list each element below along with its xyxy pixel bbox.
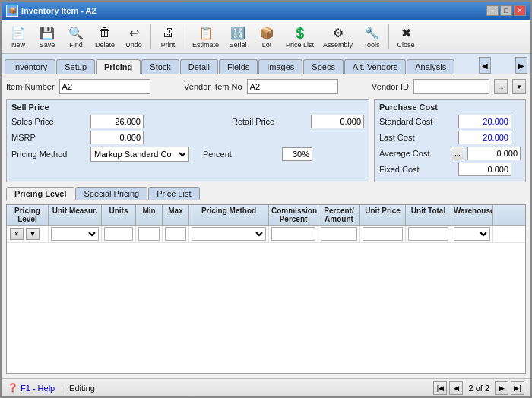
cell-min xyxy=(136,226,163,242)
fixed-cost-label: Fixed Cost xyxy=(379,165,455,174)
col-header-units: Units xyxy=(102,205,136,225)
close-button[interactable]: ✖ Close xyxy=(392,22,420,51)
col-header-percent-amount: Percent/Amount xyxy=(318,205,360,225)
tab-fields[interactable]: Fields xyxy=(219,59,258,74)
pricing-method-label: Pricing Method xyxy=(11,150,87,159)
cell-unit-measure xyxy=(49,226,102,242)
percent-amount-input[interactable] xyxy=(321,227,357,241)
tab-alt-vendors[interactable]: Alt. Vendors xyxy=(344,59,406,74)
inner-tab-special-pricing[interactable]: Special Pricing xyxy=(75,187,147,200)
inner-tab-pricing-level[interactable]: Pricing Level xyxy=(6,187,74,201)
pricing-level-down-btn[interactable]: ▼ xyxy=(26,228,40,240)
col-header-max: Max xyxy=(163,205,189,225)
vendor-id-label: Vendor ID xyxy=(372,82,409,91)
grid-empty-area xyxy=(7,243,525,373)
lot-button[interactable]: 📦 Lot xyxy=(253,22,280,51)
col-header-unit-measure: Unit Measur. xyxy=(49,205,102,225)
col-header-commission: CommissionPercent xyxy=(269,205,318,225)
help-link[interactable]: ❓ F1 - Help xyxy=(8,383,55,393)
status-bar: ❓ F1 - Help | Editing |◀ ◀ 2 of 2 ▶ ▶| xyxy=(2,378,530,396)
main-tabs: Inventory Setup Pricing Stock Detail Fie… xyxy=(2,54,530,74)
last-cost-label: Last Cost xyxy=(379,133,455,142)
min-input[interactable] xyxy=(138,227,160,241)
grid-pricing-method-select[interactable] xyxy=(192,227,266,241)
serial-button[interactable]: 🔢 Serial xyxy=(224,22,252,51)
sell-price-panel: Sell Price Sales Price Retail Price MSRP… xyxy=(6,99,369,182)
tab-next-button[interactable]: ▶ xyxy=(515,57,527,74)
save-icon: 💾 xyxy=(39,24,55,41)
pricing-grid: PricingLevel Unit Measur. Units Min Max … xyxy=(6,204,526,374)
msrp-input[interactable] xyxy=(90,131,144,144)
tab-stock[interactable]: Stock xyxy=(141,59,179,74)
save-button[interactable]: 💾 Save xyxy=(33,22,61,51)
maximize-button[interactable]: □ xyxy=(500,5,512,16)
new-button[interactable]: 📄 New xyxy=(5,22,32,51)
max-input[interactable] xyxy=(165,227,186,241)
inner-tabs: Pricing Level Special Pricing Price List xyxy=(6,187,526,200)
price-list-button[interactable]: 💲 Price List xyxy=(282,22,318,51)
last-page-button[interactable]: ▶| xyxy=(511,381,524,395)
warehouse-select[interactable] xyxy=(454,227,490,241)
fixed-cost-input[interactable] xyxy=(458,163,511,176)
find-button[interactable]: 🔍 Find xyxy=(62,22,90,51)
delete-button[interactable]: 🗑 Delete xyxy=(91,22,119,51)
tab-analysis[interactable]: Analysis xyxy=(407,59,454,74)
tab-images[interactable]: Images xyxy=(258,59,302,74)
fixed-cost-row: Fixed Cost xyxy=(379,163,521,176)
pricing-level-x-btn[interactable]: ✕ xyxy=(10,228,24,240)
col-header-unit-total: Unit Total xyxy=(406,205,451,225)
close-window-button[interactable]: ✕ xyxy=(514,5,526,16)
tab-pricing[interactable]: Pricing xyxy=(96,59,141,74)
last-cost-input[interactable] xyxy=(458,131,511,144)
retail-price-input[interactable] xyxy=(311,115,364,128)
item-number-label: Item Number xyxy=(6,82,55,91)
assembly-button[interactable]: ⚙ Assembly xyxy=(319,22,356,51)
standard-cost-row: Standard Cost xyxy=(379,115,521,128)
percent-label: Percent xyxy=(203,150,279,159)
tools-button[interactable]: 🔧 Tools xyxy=(358,22,385,51)
commission-input[interactable] xyxy=(271,227,315,241)
item-number-row: Item Number Vendor Item No Vendor ID ...… xyxy=(6,79,526,94)
col-header-unit-price: Unit Price xyxy=(360,205,406,225)
undo-button[interactable]: ↩ Undo xyxy=(120,22,147,51)
tab-setup[interactable]: Setup xyxy=(56,59,95,74)
status-separator: | xyxy=(61,384,63,393)
vendor-id-input[interactable] xyxy=(413,79,489,94)
sales-price-input[interactable] xyxy=(90,115,144,128)
standard-cost-input[interactable] xyxy=(458,115,511,128)
first-page-button[interactable]: |◀ xyxy=(433,381,447,395)
average-cost-input[interactable] xyxy=(467,147,521,160)
pricing-method-row: Pricing Method Markup Standard Co Fixed … xyxy=(11,147,364,162)
app-icon: 📦 xyxy=(6,5,18,17)
tab-inventory[interactable]: Inventory xyxy=(5,59,55,74)
minimize-button[interactable]: ─ xyxy=(486,5,499,16)
unit-measure-select[interactable] xyxy=(51,227,99,241)
vendor-id-dropdown[interactable]: ... xyxy=(494,79,508,94)
grid-data-row: ✕ ▼ xyxy=(7,226,525,243)
percent-input[interactable] xyxy=(282,147,312,161)
unit-price-input[interactable] xyxy=(363,227,403,241)
vendor-id-arrow[interactable]: ▼ xyxy=(512,79,526,94)
print-button[interactable]: 🖨 Print xyxy=(154,22,182,51)
vendor-item-no-input[interactable] xyxy=(247,79,338,94)
tab-prev-button[interactable]: ◀ xyxy=(479,57,491,74)
cell-unit-total xyxy=(406,226,451,242)
grid-header: PricingLevel Unit Measur. Units Min Max … xyxy=(7,205,525,226)
prev-page-button[interactable]: ◀ xyxy=(449,381,463,395)
content-area: Item Number Vendor Item No Vendor ID ...… xyxy=(2,74,530,378)
average-cost-btn[interactable]: ... xyxy=(451,147,464,160)
item-number-input[interactable] xyxy=(59,79,150,94)
unit-total-input[interactable] xyxy=(408,227,448,241)
main-window: 📦 Inventory Item - A2 ─ □ ✕ 📄 New 💾 Save… xyxy=(0,0,532,398)
inner-tab-price-list[interactable]: Price List xyxy=(148,187,199,200)
cell-pricing-level: ✕ ▼ xyxy=(7,226,49,242)
pricing-method-select[interactable]: Markup Standard Co Fixed Price Percent M… xyxy=(90,147,189,162)
estimate-button[interactable]: 📋 Estimate xyxy=(188,22,223,51)
editing-status: Editing xyxy=(69,384,95,393)
units-input[interactable] xyxy=(104,227,133,241)
cell-warehouse xyxy=(451,226,493,242)
cell-pricing-method xyxy=(189,226,269,242)
next-page-button[interactable]: ▶ xyxy=(495,381,508,395)
tab-detail[interactable]: Detail xyxy=(180,59,218,74)
tab-specs[interactable]: Specs xyxy=(303,59,344,74)
